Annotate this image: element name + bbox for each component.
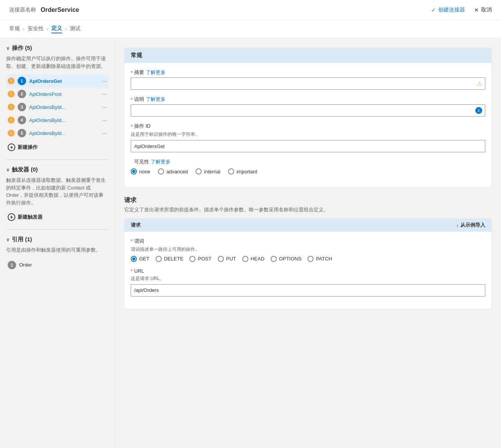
warning-icon-5: ! bbox=[8, 130, 15, 137]
verb-label-head: HEAD bbox=[251, 256, 264, 262]
ref-name-1: Order bbox=[19, 262, 32, 268]
url-input[interactable] bbox=[131, 284, 485, 296]
summary-warning-icon: ⚠ bbox=[477, 80, 482, 87]
connector-label: 连接器名称 bbox=[9, 7, 36, 13]
verb-label-patch: PATCH bbox=[316, 256, 332, 262]
operation-item-2[interactable]: ! 2 ApiOrdersPost ··· bbox=[6, 87, 108, 100]
verb-option-get[interactable]: GET bbox=[131, 256, 149, 262]
request-title: 请求 bbox=[124, 196, 492, 204]
nav-item-security[interactable]: 安全性 bbox=[28, 25, 44, 33]
ref-badge-1: 1 bbox=[8, 261, 16, 269]
visibility-option-none[interactable]: none bbox=[131, 168, 150, 175]
operation-id-input[interactable] bbox=[131, 140, 485, 152]
warning-icon-1: ! bbox=[8, 77, 15, 84]
nav-item-general[interactable]: 常规 bbox=[9, 25, 20, 33]
operation-item-3[interactable]: ! 3 ApiOrdersById... ··· bbox=[6, 100, 108, 114]
add-trigger-button[interactable]: + 新建触发器 bbox=[6, 211, 108, 223]
visibility-learn-more-link[interactable]: 了解更多 bbox=[151, 158, 171, 165]
summary-learn-more-link[interactable]: 了解更多 bbox=[146, 69, 166, 76]
verb-label-delete: DELETE bbox=[164, 256, 184, 262]
radio-circle-none bbox=[131, 168, 137, 175]
verb-option-options[interactable]: OPTIONS bbox=[271, 256, 302, 262]
op-menu-1[interactable]: ··· bbox=[102, 78, 107, 84]
url-desc: 这是请求 URL。 bbox=[131, 275, 485, 282]
nav-chevron-1: › bbox=[23, 26, 25, 32]
content-area: 常规 * 摘要 了解更多 ⚠ * bbox=[115, 38, 501, 448]
sidebar: ∨ 操作 (5) 操作确定用户可以执行的操作。操作可用于读取、创建、更新或删除基… bbox=[0, 38, 115, 448]
op-menu-4[interactable]: ··· bbox=[102, 117, 107, 123]
op-badge-5: 5 bbox=[18, 129, 26, 137]
warning-icon-4: ! bbox=[8, 117, 15, 124]
verb-radio-circle-options bbox=[271, 256, 277, 262]
op-menu-5[interactable]: ··· bbox=[102, 130, 107, 136]
summary-input[interactable] bbox=[131, 77, 485, 90]
summary-label: * 摘要 了解更多 bbox=[131, 69, 485, 76]
header: 连接器名称 OrderService ✓ 创建连接器 ✕ 取消 bbox=[0, 0, 501, 20]
radio-label-advanced: advanced bbox=[166, 169, 188, 175]
references-description: 引用是由操作和触发器使用的可重用参数。 bbox=[6, 246, 108, 254]
radio-dot-none bbox=[132, 170, 135, 173]
checkmark-icon: ✓ bbox=[431, 7, 436, 13]
verb-required-marker: * bbox=[131, 238, 133, 244]
url-required-marker: * bbox=[131, 268, 133, 274]
header-actions: ✓ 创建连接器 ✕ 取消 bbox=[431, 7, 492, 13]
radio-label-important: important bbox=[237, 169, 257, 175]
operations-description: 操作确定用户可以执行的操作。操作可用于读取、创建、更新或删除基础连接器中的资源。 bbox=[6, 55, 108, 70]
description-input[interactable] bbox=[131, 104, 485, 117]
visibility-option-important[interactable]: important bbox=[228, 168, 257, 175]
op-name-2: ApiOrdersPost bbox=[29, 91, 99, 97]
nav-chevron-3: › bbox=[65, 26, 67, 32]
verb-option-patch[interactable]: PATCH bbox=[307, 256, 332, 262]
radio-circle-internal bbox=[195, 168, 202, 175]
description-required-marker: * bbox=[131, 97, 133, 102]
create-connector-button[interactable]: ✓ 创建连接器 bbox=[431, 7, 465, 13]
operation-item-1[interactable]: ! 1 ApiOrdersGet ··· bbox=[6, 74, 108, 87]
triggers-description: 触发器从连接器读取数据。触发器侧重于发生的特定事件，比如创建的新 Contact… bbox=[6, 176, 108, 206]
nav-item-test[interactable]: 测试 bbox=[70, 25, 80, 33]
verb-option-delete[interactable]: DELETE bbox=[156, 256, 184, 262]
description-learn-more-link[interactable]: 了解更多 bbox=[146, 96, 166, 103]
verb-option-head[interactable]: HEAD bbox=[242, 256, 264, 262]
triggers-chevron-icon: ∨ bbox=[6, 167, 10, 173]
verb-label-get: GET bbox=[139, 256, 149, 262]
verb-radio-circle-post bbox=[189, 256, 195, 262]
url-label: * URL bbox=[131, 268, 485, 274]
nav-bar: 常规 › 安全性 › 定义 › 测试 bbox=[0, 20, 501, 38]
url-field: * URL 这是请求 URL。 bbox=[131, 268, 485, 296]
cancel-button[interactable]: ✕ 取消 bbox=[474, 7, 492, 13]
op-badge-4: 4 bbox=[18, 116, 26, 124]
add-operation-button[interactable]: + 新建操作 bbox=[6, 141, 108, 153]
nav-item-definition[interactable]: 定义 bbox=[51, 25, 62, 33]
references-section-header[interactable]: ∨ 引用 (1) bbox=[6, 236, 108, 243]
operations-title: 操作 (5) bbox=[12, 44, 32, 52]
operations-section-header[interactable]: ∨ 操作 (5) bbox=[6, 44, 108, 52]
op-menu-2[interactable]: ··· bbox=[102, 91, 107, 97]
op-name-5: ApiOrdersById... bbox=[29, 130, 99, 136]
verb-radio-circle-patch bbox=[307, 256, 314, 262]
operations-chevron-icon: ∨ bbox=[6, 46, 10, 51]
op-name-3: ApiOrdersById... bbox=[29, 104, 99, 110]
op-badge-1: 1 bbox=[18, 77, 26, 85]
verb-radio-circle-get bbox=[131, 256, 137, 262]
general-section-body: * 摘要 了解更多 ⚠ * 说明 了解更多 bbox=[125, 63, 491, 187]
verb-option-post[interactable]: POST bbox=[189, 256, 211, 262]
visibility-option-advanced[interactable]: advanced bbox=[158, 168, 188, 175]
verb-option-put[interactable]: PUT bbox=[218, 256, 236, 262]
operation-item-5[interactable]: ! 5 ApiOrdersById... ··· bbox=[6, 127, 108, 140]
operation-id-required-marker: * bbox=[131, 124, 133, 129]
import-label: 从示例导入 bbox=[460, 222, 485, 229]
op-menu-3[interactable]: ··· bbox=[102, 104, 107, 110]
reference-item-1[interactable]: 1 Order bbox=[6, 259, 108, 272]
op-badge-3: 3 bbox=[18, 103, 26, 111]
cross-icon: ✕ bbox=[474, 7, 479, 13]
warning-icon-2: ! bbox=[8, 91, 15, 97]
visibility-option-internal[interactable]: internal bbox=[195, 168, 220, 175]
summary-input-wrapper: ⚠ bbox=[131, 77, 485, 90]
request-form-section: 请求 ↓ 从示例导入 * 谓词 谓词描述单一路径上可用的操作。 bbox=[124, 218, 492, 309]
operation-item-4[interactable]: ! 4 ApiOrdersById... ··· bbox=[6, 114, 108, 127]
radio-label-internal: internal bbox=[204, 169, 220, 175]
triggers-section-header[interactable]: ∨ 触发器 (0) bbox=[6, 166, 108, 173]
request-desc: 它定义了发出请求所需的前提条件。描述单个操作参数。唯一参数采用名称和位置组合定义… bbox=[124, 206, 492, 214]
verb-radio-dot-get bbox=[132, 257, 135, 260]
import-from-example-button[interactable]: ↓ 从示例导入 bbox=[457, 222, 486, 229]
